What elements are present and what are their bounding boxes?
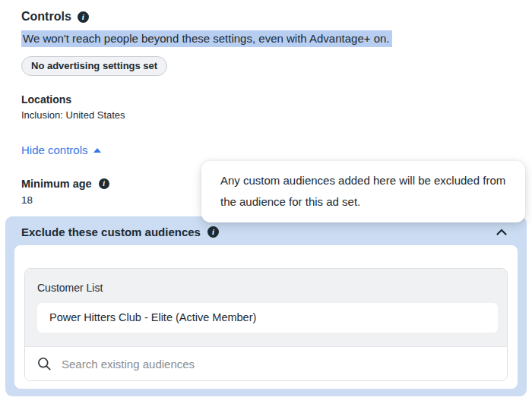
exclude-panel-title-row: Exclude these custom audiences i bbox=[21, 226, 219, 238]
customer-list-label: Customer List bbox=[37, 282, 498, 294]
locations-value: Inclusion: United States bbox=[21, 109, 532, 121]
search-input[interactable] bbox=[62, 358, 495, 371]
info-icon[interactable]: i bbox=[207, 226, 219, 238]
info-icon[interactable]: i bbox=[99, 178, 109, 189]
search-icon bbox=[37, 357, 52, 371]
highlighted-text: We won't reach people beyond these setti… bbox=[21, 30, 392, 47]
customer-list-group: Customer List Power Hitters Club - Elite… bbox=[25, 269, 507, 346]
status-badge: No advertising settings set bbox=[21, 56, 167, 76]
controls-note: We won't reach people beyond these setti… bbox=[21, 30, 532, 46]
audience-search-row bbox=[25, 346, 507, 380]
tooltip: Any custom audiences added here will be … bbox=[201, 161, 525, 222]
chevron-up-icon bbox=[496, 229, 507, 235]
selected-audience-row[interactable]: Power Hitters Club - Elite (Active Membe… bbox=[37, 303, 498, 333]
audience-box: Customer List Power Hitters Club - Elite… bbox=[24, 268, 508, 381]
hide-controls-label: Hide controls bbox=[21, 144, 88, 156]
audience-card: Customer List Power Hitters Club - Elite… bbox=[14, 245, 518, 389]
hide-controls-link[interactable]: Hide controls bbox=[21, 144, 101, 156]
tooltip-text: Any custom audiences added here will be … bbox=[220, 174, 505, 208]
caret-up-icon bbox=[93, 148, 101, 153]
controls-title: Controls bbox=[21, 10, 71, 24]
locations-label: Locations bbox=[21, 93, 532, 106]
controls-heading: Controls i bbox=[21, 10, 532, 24]
exclude-custom-audiences-panel: Exclude these custom audiences i Custome… bbox=[5, 216, 527, 396]
collapse-button[interactable] bbox=[495, 227, 508, 237]
exclude-panel-title: Exclude these custom audiences bbox=[21, 226, 201, 238]
minimum-age-label: Minimum age bbox=[21, 178, 92, 190]
info-icon[interactable]: i bbox=[78, 11, 89, 23]
